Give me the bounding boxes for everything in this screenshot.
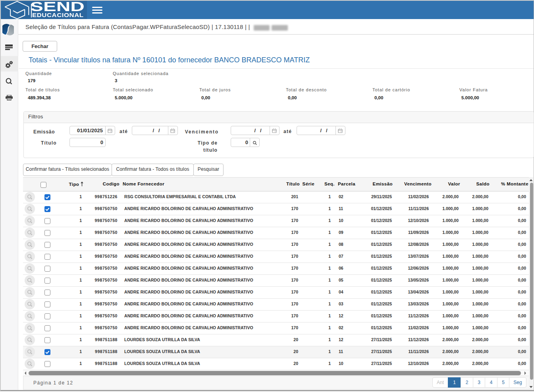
svg-text:7: 7	[274, 131, 276, 133]
svg-text:7: 7	[340, 131, 341, 133]
svg-text:7: 7	[110, 131, 111, 133]
